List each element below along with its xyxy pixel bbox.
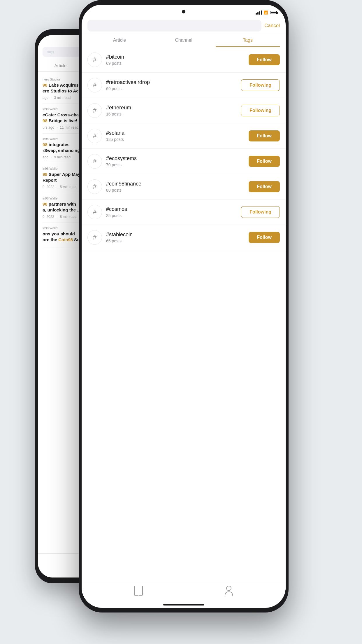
hashtag-icon: #	[87, 230, 102, 245]
follow-button[interactable]: Follow	[249, 232, 280, 243]
tag-info: #bitcoin69 posts	[106, 54, 249, 66]
hashtag-icon: #	[87, 103, 102, 118]
tab-channel-front[interactable]: Channel	[152, 34, 216, 47]
tag-posts: 69 posts	[106, 61, 249, 66]
hashtag-icon: #	[87, 179, 102, 194]
tag-posts: 88 posts	[106, 188, 249, 192]
tab-tags-front[interactable]: Tags	[216, 34, 280, 47]
tag-info: #ecosystems70 posts	[106, 155, 249, 167]
tabs-front: Article Channel Tags	[82, 34, 286, 47]
bookmark-icon-front	[134, 586, 143, 596]
signal-icon-front	[256, 10, 262, 15]
tag-posts: 25 posts	[106, 213, 241, 218]
hashtag-icon: #	[87, 78, 102, 92]
tab-article-back[interactable]: Article	[43, 60, 78, 71]
search-area-front: Cancel	[82, 18, 286, 34]
follow-button[interactable]: Follow	[249, 54, 280, 65]
nav-bookmark-front[interactable]	[134, 586, 143, 596]
following-button[interactable]: Following	[241, 206, 280, 218]
tag-info: #coin98finance88 posts	[106, 181, 249, 192]
tag-list-item: ##stablecoin65 postsFollow	[82, 225, 286, 250]
tag-list-item: ##retroactiveairdrop69 postsFollowing	[82, 73, 286, 98]
tag-list-item: ##solana185 postsFollow	[82, 123, 286, 149]
tag-name: #retroactiveairdrop	[106, 79, 241, 85]
person-icon-front	[224, 586, 233, 596]
hashtag-icon: #	[87, 154, 102, 169]
tab-article-front[interactable]: Article	[87, 34, 152, 47]
tags-list: ##bitcoin69 postsFollow##retroactiveaird…	[82, 47, 286, 608]
tag-info: #retroactiveairdrop69 posts	[106, 79, 241, 91]
tag-name: #bitcoin	[106, 54, 249, 60]
camera-notch	[182, 10, 185, 13]
follow-button[interactable]: Follow	[249, 130, 280, 141]
bottom-nav-front	[82, 582, 286, 599]
tag-list-item: ##bitcoin69 postsFollow	[82, 47, 286, 73]
tag-posts: 65 posts	[106, 239, 249, 243]
follow-button[interactable]: Follow	[249, 181, 280, 192]
hashtag-icon: #	[87, 205, 102, 219]
status-bar-front: 📶	[82, 5, 286, 18]
wifi-icon-front: 📶	[264, 10, 268, 15]
tag-name: #solana	[106, 130, 249, 136]
tag-name: #coin98finance	[106, 181, 249, 187]
following-button[interactable]: Following	[241, 79, 280, 91]
tag-list-item: ##ethereum16 postsFollowing	[82, 98, 286, 123]
following-button[interactable]: Following	[241, 105, 280, 116]
phone-front: 📶 Cancel Article Channel	[79, 0, 289, 612]
tag-name: #ethereum	[106, 105, 241, 111]
tag-info: #stablecoin65 posts	[106, 232, 249, 243]
status-icons-front: 📶	[256, 10, 277, 15]
battery-icon-front	[270, 11, 277, 14]
search-placeholder: Tags	[46, 50, 54, 54]
tag-posts: 16 posts	[106, 112, 241, 116]
phone-front-screen: 📶 Cancel Article Channel	[82, 5, 286, 608]
cancel-button-front[interactable]: Cancel	[264, 23, 280, 29]
front-content: Cancel Article Channel Tags ##bitcoin69 …	[82, 18, 286, 608]
hashtag-icon: #	[87, 52, 102, 67]
tag-list-item: ##ecosystems70 postsFollow	[82, 149, 286, 174]
tag-name: #ecosystems	[106, 155, 249, 162]
tag-list-item: ##cosmos25 postsFollowing	[82, 200, 286, 225]
tag-posts: 69 posts	[106, 86, 241, 91]
search-input-front[interactable]	[87, 20, 261, 32]
tag-name: #cosmos	[106, 206, 241, 212]
tag-name: #stablecoin	[106, 232, 249, 238]
tag-info: #ethereum16 posts	[106, 105, 241, 116]
tag-info: #solana185 posts	[106, 130, 249, 142]
follow-button[interactable]: Follow	[249, 156, 280, 167]
home-indicator	[163, 604, 204, 606]
tag-info: #cosmos25 posts	[106, 206, 241, 218]
nav-person-front[interactable]	[224, 586, 233, 596]
hashtag-icon: #	[87, 129, 102, 143]
tag-list-item: ##coin98finance88 postsFollow	[82, 174, 286, 200]
tag-posts: 185 posts	[106, 137, 249, 142]
tag-posts: 70 posts	[106, 162, 249, 167]
